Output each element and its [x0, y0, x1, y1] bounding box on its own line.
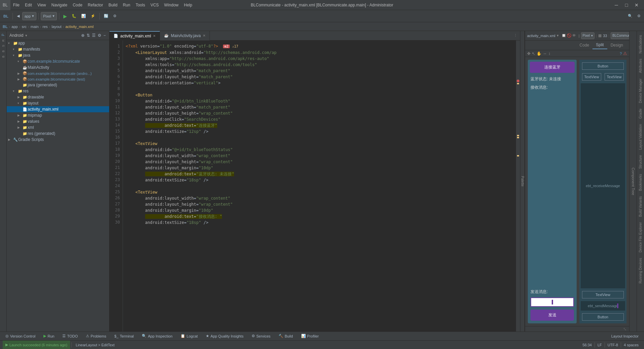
- bottom-tab-services[interactable]: ⚙ Services: [248, 332, 275, 341]
- project-filter-icon[interactable]: ☰: [91, 32, 96, 38]
- tree-item-mainactivity[interactable]: ☕ MainActivity: [7, 64, 109, 70]
- widget-receive-area[interactable]: ebt_receiveMessage: [581, 83, 625, 288]
- bc-res[interactable]: res: [42, 25, 47, 29]
- menu-tools[interactable]: Tools: [133, 0, 148, 10]
- bc-src[interactable]: src: [22, 25, 27, 29]
- tree-item-res[interactable]: ▾ 📁 res: [7, 88, 109, 94]
- bc-main[interactable]: main: [31, 25, 39, 29]
- tree-item-manifests[interactable]: ▾ 📁 manifests: [7, 46, 109, 52]
- device-dropdown[interactable]: Pixel ▾: [41, 12, 57, 20]
- widget-textview1[interactable]: TextView: [582, 73, 601, 81]
- menu-view[interactable]: View: [35, 0, 49, 10]
- menu-edit[interactable]: Edit: [22, 0, 35, 10]
- menu-build[interactable]: Build: [106, 0, 120, 10]
- bottom-tab-terminal[interactable]: $_ Terminal: [110, 332, 138, 341]
- bc-bl[interactable]: BL: [3, 25, 8, 29]
- preview-tool1[interactable]: 🔲: [561, 33, 566, 38]
- tree-item-res-gen[interactable]: 📁 res (generated): [7, 130, 109, 137]
- bottom-tab-build[interactable]: 🔨 Build: [275, 332, 297, 341]
- tree-item-pkg-test[interactable]: ▶ 📦 com.example.blcommunicate (test): [7, 76, 109, 82]
- tree-item-xml[interactable]: ▶ 📁 xml: [7, 124, 109, 130]
- preview-tool2[interactable]: 🚫: [567, 33, 572, 38]
- settings-gear[interactable]: ⚙: [635, 11, 643, 21]
- status-lf[interactable]: LF: [595, 341, 605, 349]
- menu-run[interactable]: Run: [120, 0, 133, 10]
- debug-button[interactable]: 🐛: [70, 11, 78, 21]
- tree-item-layout[interactable]: ▾ 📁 layout: [7, 100, 109, 106]
- cursor-icon[interactable]: ↖: [532, 51, 535, 56]
- strip-attributes[interactable]: Attributes: [638, 56, 643, 76]
- tab-mainactivity-java[interactable]: ☕ MainActivity.java ✕: [160, 31, 210, 40]
- status-indent[interactable]: 4 spaces: [621, 341, 641, 349]
- widget-button2[interactable]: Button: [582, 313, 624, 321]
- preview-dropdown-arrow[interactable]: ▾: [557, 33, 559, 38]
- left-strip-project[interactable]: P: [1, 32, 5, 37]
- widget-textview2[interactable]: TextView: [605, 73, 624, 81]
- pan-icon[interactable]: ✋: [537, 51, 542, 56]
- menu-file[interactable]: File: [10, 0, 22, 10]
- tree-item-app[interactable]: ▾ 📁 app: [7, 40, 109, 46]
- run-button[interactable]: ▶: [61, 11, 69, 21]
- preview-connect-btn[interactable]: 连接蓝牙: [530, 62, 575, 73]
- project-dropdown-arrow[interactable]: ▾: [25, 33, 27, 38]
- preview-send-input[interactable]: [530, 297, 574, 307]
- component-tree-strip[interactable]: Component Tree: [629, 31, 637, 331]
- status-encoding[interactable]: UTF-8: [605, 341, 621, 349]
- pixel-dropdown[interactable]: Pixel ▾: [581, 32, 595, 39]
- menu-help[interactable]: Help: [181, 0, 195, 10]
- tree-item-mipmap[interactable]: ▶ 📁 mipmap: [7, 112, 109, 118]
- project-settings-icon[interactable]: ⚙: [97, 32, 102, 38]
- strip-layout-validation[interactable]: Layout Validation: [638, 121, 643, 152]
- help-icon[interactable]: ?: [620, 52, 622, 56]
- menu-bl[interactable]: BL: [0, 0, 10, 10]
- bc-app[interactable]: app: [11, 25, 18, 29]
- preview-send-btn[interactable]: 发送: [530, 310, 574, 321]
- preview-tool3[interactable]: 👁: [572, 33, 576, 38]
- bottom-tab-version-control[interactable]: ◎ Version Control: [1, 332, 39, 341]
- strip-notifications[interactable]: Notifications: [638, 32, 643, 56]
- tab-split[interactable]: Split: [592, 41, 607, 49]
- left-strip-bookmarks[interactable]: B: [2, 49, 5, 54]
- menu-refactor[interactable]: Refactor: [85, 0, 106, 10]
- expand-icon[interactable]: ↔: [543, 51, 547, 56]
- tab-mainactivity-close[interactable]: ✕: [203, 34, 205, 37]
- strip-device-manager[interactable]: Device Manager: [638, 76, 643, 106]
- close-button[interactable]: ✕: [632, 0, 641, 10]
- tree-item-drawable[interactable]: ▶ 📁 drawable: [7, 94, 109, 100]
- bottom-tab-layout-inspector[interactable]: Layout Inspector: [607, 332, 643, 341]
- tab-activity-main[interactable]: 📄 activity_main.xml ✕: [109, 31, 160, 40]
- move-icon[interactable]: ✥: [527, 51, 530, 56]
- tree-item-java-gen[interactable]: 📁 java (generated): [7, 82, 109, 88]
- left-strip-structure[interactable]: S: [2, 43, 5, 48]
- bottom-tab-quality[interactable]: ★ App Quality Insights: [202, 332, 248, 341]
- strip-structure[interactable]: Structure: [638, 152, 643, 172]
- settings-button[interactable]: ⚙: [111, 11, 119, 21]
- status-breadcrumb[interactable]: LinearLayout > EditText: [73, 341, 117, 349]
- tree-item-values[interactable]: ▶ 📁 values: [7, 118, 109, 124]
- project-sort-icon[interactable]: ⇅: [86, 32, 91, 38]
- preview-filename[interactable]: activity_main.xml: [527, 34, 555, 38]
- bottom-tab-run[interactable]: ▶ Run: [39, 332, 58, 341]
- minimize-button[interactable]: ─: [612, 0, 621, 10]
- left-strip-resource[interactable]: R: [2, 38, 5, 43]
- palette-strip[interactable]: Palette: [520, 31, 525, 331]
- search-button[interactable]: 🔍: [626, 11, 635, 21]
- tab-code[interactable]: Code: [576, 41, 593, 49]
- left-strip-build[interactable]: B: [2, 54, 5, 59]
- menu-navigate[interactable]: Navigate: [49, 0, 70, 10]
- tree-item-activity-main[interactable]: 📄 activity_main.xml: [7, 106, 109, 112]
- preview-pixel[interactable]: |: [579, 34, 580, 38]
- menu-code[interactable]: Code: [70, 0, 85, 10]
- code-content[interactable]: <?xml version="1.0" encoding="utf-8"?> ⊗…: [123, 40, 516, 331]
- maximize-button[interactable]: □: [622, 0, 631, 10]
- bc-file[interactable]: activity_main.xml: [65, 25, 94, 29]
- widget-send-area[interactable]: ebt_sendMessage: [581, 301, 625, 311]
- strip-device-explorer[interactable]: Device File Explorer: [638, 220, 643, 255]
- tab-design[interactable]: Design: [607, 41, 626, 49]
- strip-gradle[interactable]: Gradle: [638, 106, 643, 121]
- menu-window[interactable]: Window: [161, 0, 181, 10]
- tree-item-pkg-android[interactable]: ▶ 📦 com.example.blcommunicate (andro...): [7, 70, 109, 76]
- bottom-tab-profiler[interactable]: 📊 Profiler: [297, 332, 323, 341]
- status-line-col[interactable]: 56:34: [580, 341, 594, 349]
- bc-layout[interactable]: layout: [52, 25, 61, 29]
